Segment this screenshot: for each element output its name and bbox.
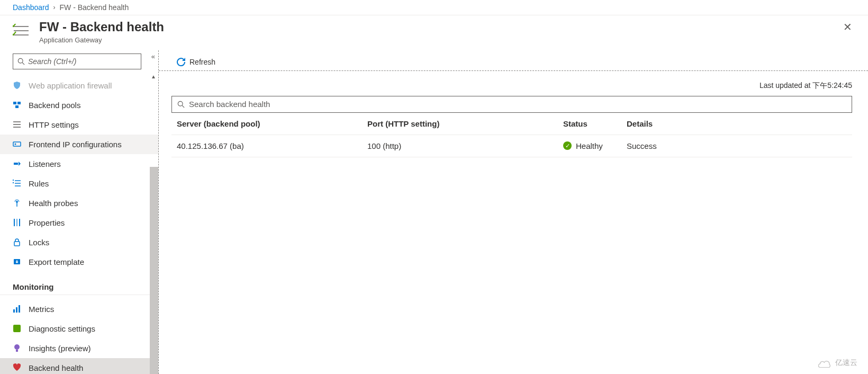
svg-rect-7 [15,105,19,108]
chevron-right-icon: › [53,4,56,11]
ip-icon [13,140,21,148]
sidebar-item-label: Properties [29,218,65,227]
search-input[interactable] [28,57,137,66]
svg-line-4 [22,63,24,65]
svg-line-33 [182,105,184,108]
sidebar-item-label: Backend pools [29,101,80,110]
svg-rect-23 [19,219,20,226]
sidebar-search[interactable] [13,54,141,69]
sidebar-item-export-template[interactable]: Export template [0,252,158,272]
col-status[interactable]: Status [558,113,621,135]
sidebar-item-label: Rules [29,179,49,188]
metrics-icon [13,305,21,313]
refresh-button[interactable]: Refresh [171,58,855,74]
sidebar-item-metrics[interactable]: Metrics [0,299,158,319]
sidebar-item-label: Web application firewall [29,81,112,90]
svg-point-3 [18,58,23,63]
svg-rect-5 [13,102,16,104]
properties-icon [13,218,21,227]
col-port[interactable]: Port (HTTP setting) [362,113,558,135]
sidebar-item-waf[interactable]: Web application firewall [0,76,158,95]
breadcrumb-current: FW - Backend health [60,3,129,12]
insights-icon [13,344,21,352]
resource-icon [13,24,31,39]
page-header: FW - Backend health Application Gateway … [0,15,868,50]
sidebar-section-monitoring: Monitoring [0,272,158,295]
page-subtitle: Application Gateway [39,36,164,44]
sidebar-item-backend-health[interactable]: Backend health [0,358,158,374]
filter-input[interactable] [189,100,846,109]
svg-point-30 [14,344,20,350]
svg-rect-17 [13,180,14,181]
svg-point-12 [15,144,16,145]
cell-details: Success [621,135,852,157]
cell-server: 40.125.136.67 (ba) [171,135,362,157]
scroll-up-icon[interactable]: ▲ [151,74,156,79]
table-row[interactable]: 40.125.136.67 (ba)100 (http)✓HealthySucc… [171,135,852,157]
collapse-sidebar-icon[interactable]: « [151,52,155,60]
sidebar-item-label: HTTP settings [29,120,79,129]
heart-icon [13,363,21,372]
col-details[interactable]: Details [621,113,852,135]
sidebar-item-label: Metrics [29,305,54,314]
sidebar-item-http-settings[interactable]: HTTP settings [0,115,158,135]
sidebar-item-frontend-ip[interactable]: Frontend IP configurations [0,135,158,154]
sidebar-item-listeners[interactable]: Listeners [0,154,158,174]
sidebar-item-label: Diagnostic settings [29,324,95,333]
pool-icon [13,101,21,109]
search-icon [17,58,25,65]
svg-point-19 [16,201,18,203]
sidebar-item-label: Insights (preview) [29,344,91,353]
last-updated: Last updated at 下午5:24:45 [171,74,855,96]
sidebar-item-label: Listeners [29,159,61,168]
col-server[interactable]: Server (backend pool) [171,113,362,135]
rules-icon [13,179,21,188]
svg-rect-13 [14,163,18,165]
refresh-icon [177,58,185,66]
page-title: FW - Backend health [39,20,164,35]
sidebar-item-diagnostic[interactable]: Diagnostic settings [0,319,158,339]
sidebar-item-label: Backend health [29,363,83,372]
sidebar-item-health-probes[interactable]: Health probes [0,193,158,213]
filter-box[interactable] [171,96,852,113]
sidebar-scrollbar[interactable] [150,167,158,374]
refresh-label: Refresh [189,58,215,66]
sidebar-item-label: Frontend IP configurations [29,140,122,149]
cloud-icon [818,358,833,368]
breadcrumb-root[interactable]: Dashboard [13,3,49,12]
sidebar: « ▲ Web application firewallBackend pool… [0,50,159,374]
svg-rect-6 [17,102,21,104]
probe-icon [13,199,21,207]
svg-rect-27 [16,307,17,313]
sidebar-item-locks[interactable]: Locks [0,233,158,252]
shield-icon [13,81,21,90]
svg-rect-21 [14,219,15,226]
sidebar-item-label: Export template [29,257,84,266]
sidebar-item-backend-pools[interactable]: Backend pools [0,95,158,115]
breadcrumb: Dashboard › FW - Backend health [0,0,868,15]
sidebar-item-rules[interactable]: Rules [0,174,158,193]
cell-status: ✓Healthy [558,135,621,157]
diagnostic-icon [13,324,21,333]
cell-port: 100 (http) [362,135,558,157]
sidebar-item-label: Health probes [29,199,78,208]
svg-rect-22 [16,219,17,226]
lock-icon [13,238,21,246]
backend-health-table: Server (backend pool) Port (HTTP setting… [171,113,852,157]
svg-rect-29 [13,325,21,332]
list-icon [13,120,21,129]
search-icon [177,101,185,108]
main-content: Refresh Last updated at 下午5:24:45 Server… [159,50,868,374]
sidebar-item-properties[interactable]: Properties [0,213,158,233]
export-icon [13,257,21,266]
svg-rect-31 [16,350,18,352]
svg-rect-28 [19,305,20,313]
status-ok-icon: ✓ [563,141,572,150]
svg-rect-18 [13,182,14,183]
listener-icon [13,159,21,168]
svg-rect-26 [13,309,15,313]
close-icon[interactable]: ✕ [843,21,852,33]
svg-point-32 [178,101,183,106]
sidebar-item-label: Locks [29,238,49,247]
sidebar-item-insights[interactable]: Insights (preview) [0,339,158,358]
